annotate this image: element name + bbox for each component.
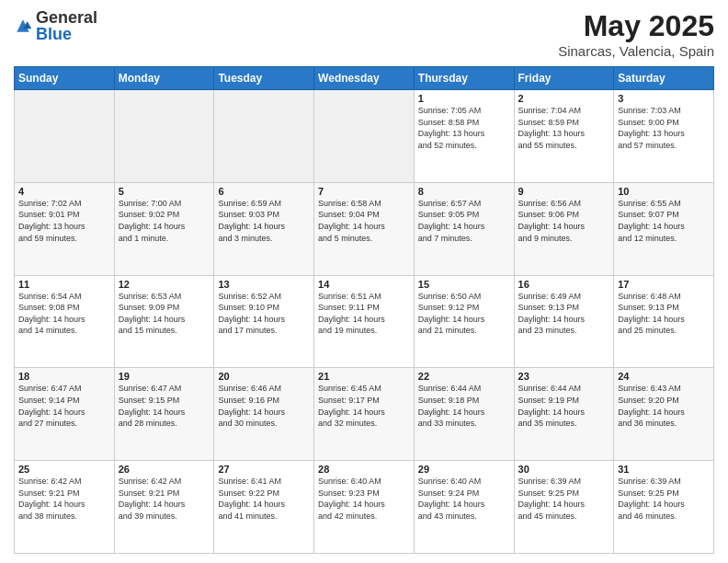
day-info: Sunrise: 7:05 AM Sunset: 8:58 PM Dayligh… xyxy=(418,105,510,151)
day-number: 24 xyxy=(618,371,710,382)
calendar-cell: 22Sunrise: 6:44 AM Sunset: 9:18 PM Dayli… xyxy=(414,368,514,461)
day-info: Sunrise: 6:45 AM Sunset: 9:17 PM Dayligh… xyxy=(318,383,410,429)
calendar-cell: 12Sunrise: 6:53 AM Sunset: 9:09 PM Dayli… xyxy=(114,275,214,368)
day-header-wednesday: Wednesday xyxy=(314,67,415,90)
calendar-cell: 7Sunrise: 6:58 AM Sunset: 9:04 PM Daylig… xyxy=(314,182,415,275)
calendar-cell xyxy=(214,90,314,183)
day-number: 9 xyxy=(518,186,610,197)
calendar-cell: 18Sunrise: 6:47 AM Sunset: 9:14 PM Dayli… xyxy=(15,368,115,461)
calendar-cell: 17Sunrise: 6:48 AM Sunset: 9:13 PM Dayli… xyxy=(614,275,714,368)
day-info: Sunrise: 6:48 AM Sunset: 9:13 PM Dayligh… xyxy=(618,291,710,337)
day-info: Sunrise: 6:59 AM Sunset: 9:03 PM Dayligh… xyxy=(218,198,310,244)
day-number: 11 xyxy=(18,279,110,290)
day-number: 22 xyxy=(418,371,510,382)
calendar-cell: 9Sunrise: 6:56 AM Sunset: 9:06 PM Daylig… xyxy=(514,182,614,275)
day-info: Sunrise: 6:39 AM Sunset: 9:25 PM Dayligh… xyxy=(618,476,710,522)
logo: General Blue xyxy=(14,9,97,42)
calendar-cell: 26Sunrise: 6:42 AM Sunset: 9:21 PM Dayli… xyxy=(114,461,214,554)
day-info: Sunrise: 7:00 AM Sunset: 9:02 PM Dayligh… xyxy=(119,198,210,244)
day-number: 12 xyxy=(119,279,210,290)
week-row-2: 4Sunrise: 7:02 AM Sunset: 9:01 PM Daylig… xyxy=(15,182,714,275)
calendar-cell: 27Sunrise: 6:41 AM Sunset: 9:22 PM Dayli… xyxy=(214,461,314,554)
calendar-cell: 29Sunrise: 6:40 AM Sunset: 9:24 PM Dayli… xyxy=(414,461,514,554)
week-row-5: 25Sunrise: 6:42 AM Sunset: 9:21 PM Dayli… xyxy=(15,461,714,554)
day-info: Sunrise: 6:41 AM Sunset: 9:22 PM Dayligh… xyxy=(218,476,310,522)
day-header-saturday: Saturday xyxy=(614,67,714,90)
day-number: 29 xyxy=(418,464,510,475)
day-number: 25 xyxy=(18,464,110,475)
day-info: Sunrise: 7:02 AM Sunset: 9:01 PM Dayligh… xyxy=(18,198,110,244)
calendar-cell: 24Sunrise: 6:43 AM Sunset: 9:20 PM Dayli… xyxy=(614,368,714,461)
day-number: 4 xyxy=(18,186,110,197)
day-info: Sunrise: 6:53 AM Sunset: 9:09 PM Dayligh… xyxy=(119,291,210,337)
day-header-friday: Friday xyxy=(514,67,614,90)
calendar-cell: 6Sunrise: 6:59 AM Sunset: 9:03 PM Daylig… xyxy=(214,182,314,275)
calendar-cell: 13Sunrise: 6:52 AM Sunset: 9:10 PM Dayli… xyxy=(214,275,314,368)
week-row-3: 11Sunrise: 6:54 AM Sunset: 9:08 PM Dayli… xyxy=(15,275,714,368)
page: General Blue May 2025 Sinarcas, Valencia… xyxy=(0,0,728,563)
day-info: Sunrise: 6:42 AM Sunset: 9:21 PM Dayligh… xyxy=(119,476,210,522)
day-number: 6 xyxy=(218,186,310,197)
calendar-cell: 20Sunrise: 6:46 AM Sunset: 9:16 PM Dayli… xyxy=(214,368,314,461)
title-block: May 2025 Sinarcas, Valencia, Spain xyxy=(558,9,714,59)
day-info: Sunrise: 6:58 AM Sunset: 9:04 PM Dayligh… xyxy=(318,198,410,244)
calendar-cell: 19Sunrise: 6:47 AM Sunset: 9:15 PM Dayli… xyxy=(114,368,214,461)
calendar-cell: 16Sunrise: 6:49 AM Sunset: 9:13 PM Dayli… xyxy=(514,275,614,368)
logo-text: General Blue xyxy=(36,9,97,42)
day-info: Sunrise: 6:47 AM Sunset: 9:14 PM Dayligh… xyxy=(18,383,110,429)
day-number: 5 xyxy=(119,186,210,197)
day-number: 17 xyxy=(618,279,710,290)
logo-icon xyxy=(14,17,32,35)
day-number: 18 xyxy=(18,371,110,382)
week-row-1: 1Sunrise: 7:05 AM Sunset: 8:58 PM Daylig… xyxy=(15,90,714,183)
calendar-cell: 4Sunrise: 7:02 AM Sunset: 9:01 PM Daylig… xyxy=(15,182,115,275)
calendar-cell: 10Sunrise: 6:55 AM Sunset: 9:07 PM Dayli… xyxy=(614,182,714,275)
day-info: Sunrise: 6:51 AM Sunset: 9:11 PM Dayligh… xyxy=(318,291,410,337)
calendar-cell xyxy=(114,90,214,183)
day-number: 10 xyxy=(618,186,710,197)
day-info: Sunrise: 6:49 AM Sunset: 9:13 PM Dayligh… xyxy=(518,291,610,337)
calendar-cell: 23Sunrise: 6:44 AM Sunset: 9:19 PM Dayli… xyxy=(514,368,614,461)
calendar-cell: 14Sunrise: 6:51 AM Sunset: 9:11 PM Dayli… xyxy=(314,275,415,368)
day-info: Sunrise: 6:54 AM Sunset: 9:08 PM Dayligh… xyxy=(18,291,110,337)
day-info: Sunrise: 7:03 AM Sunset: 9:00 PM Dayligh… xyxy=(618,105,710,151)
day-header-sunday: Sunday xyxy=(15,67,115,90)
day-header-thursday: Thursday xyxy=(414,67,514,90)
calendar-cell: 21Sunrise: 6:45 AM Sunset: 9:17 PM Dayli… xyxy=(314,368,415,461)
calendar-cell xyxy=(314,90,415,183)
day-info: Sunrise: 6:46 AM Sunset: 9:16 PM Dayligh… xyxy=(218,383,310,429)
day-number: 7 xyxy=(318,186,410,197)
logo-blue: Blue xyxy=(36,26,97,42)
day-number: 14 xyxy=(318,279,410,290)
day-number: 2 xyxy=(518,93,610,104)
calendar-cell: 31Sunrise: 6:39 AM Sunset: 9:25 PM Dayli… xyxy=(614,461,714,554)
day-info: Sunrise: 6:50 AM Sunset: 9:12 PM Dayligh… xyxy=(418,291,510,337)
week-row-4: 18Sunrise: 6:47 AM Sunset: 9:14 PM Dayli… xyxy=(15,368,714,461)
calendar-cell: 30Sunrise: 6:39 AM Sunset: 9:25 PM Dayli… xyxy=(514,461,614,554)
calendar-table: SundayMondayTuesdayWednesdayThursdayFrid… xyxy=(14,66,714,554)
day-number: 13 xyxy=(218,279,310,290)
calendar-cell: 3Sunrise: 7:03 AM Sunset: 9:00 PM Daylig… xyxy=(614,90,714,183)
day-number: 8 xyxy=(418,186,510,197)
day-info: Sunrise: 6:44 AM Sunset: 9:18 PM Dayligh… xyxy=(418,383,510,429)
day-number: 19 xyxy=(119,371,210,382)
calendar-cell: 2Sunrise: 7:04 AM Sunset: 8:59 PM Daylig… xyxy=(514,90,614,183)
day-info: Sunrise: 7:04 AM Sunset: 8:59 PM Dayligh… xyxy=(518,105,610,151)
calendar-cell: 1Sunrise: 7:05 AM Sunset: 8:58 PM Daylig… xyxy=(414,90,514,183)
calendar-cell: 11Sunrise: 6:54 AM Sunset: 9:08 PM Dayli… xyxy=(15,275,115,368)
day-info: Sunrise: 6:57 AM Sunset: 9:05 PM Dayligh… xyxy=(418,198,510,244)
day-header-monday: Monday xyxy=(114,67,214,90)
day-info: Sunrise: 6:43 AM Sunset: 9:20 PM Dayligh… xyxy=(618,383,710,429)
day-number: 1 xyxy=(418,93,510,104)
calendar-cell: 8Sunrise: 6:57 AM Sunset: 9:05 PM Daylig… xyxy=(414,182,514,275)
day-number: 3 xyxy=(618,93,710,104)
day-header-tuesday: Tuesday xyxy=(214,67,314,90)
day-number: 30 xyxy=(518,464,610,475)
calendar-cell: 25Sunrise: 6:42 AM Sunset: 9:21 PM Dayli… xyxy=(15,461,115,554)
day-number: 15 xyxy=(418,279,510,290)
calendar-cell: 15Sunrise: 6:50 AM Sunset: 9:12 PM Dayli… xyxy=(414,275,514,368)
day-info: Sunrise: 6:40 AM Sunset: 9:23 PM Dayligh… xyxy=(318,476,410,522)
day-info: Sunrise: 6:44 AM Sunset: 9:19 PM Dayligh… xyxy=(518,383,610,429)
day-number: 31 xyxy=(618,464,710,475)
day-info: Sunrise: 6:42 AM Sunset: 9:21 PM Dayligh… xyxy=(18,476,110,522)
